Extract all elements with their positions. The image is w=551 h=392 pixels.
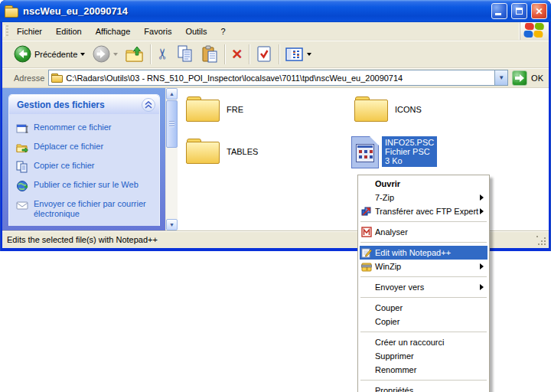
selected-file-labels: INFO25.PSC Fichier PSC 3 Ko: [382, 136, 437, 167]
address-input[interactable]: C:\Radars\Outils\03 - RNS_510_POI_Inspec…: [66, 74, 491, 83]
paste-button[interactable]: [197, 42, 222, 67]
context-separator: [360, 380, 487, 381]
context-separator: [360, 242, 487, 243]
address-label: Adresse: [14, 74, 44, 83]
address-folder-icon: [51, 74, 63, 83]
delete-icon: ✕: [231, 47, 243, 61]
scroll-down-icon: ▼: [169, 222, 174, 227]
maximize-button[interactable]: [511, 3, 527, 19]
menubar-grip[interactable]: [4, 25, 9, 37]
up-button[interactable]: [122, 42, 148, 67]
back-icon: [14, 45, 31, 63]
task-label: Envoyer ce fichier par courrier électron…: [34, 199, 156, 219]
back-button[interactable]: Précédente: [10, 42, 89, 67]
views-dropdown-icon[interactable]: [307, 53, 311, 56]
menu-favoris[interactable]: Favoris: [137, 22, 178, 40]
context-item-creer-raccourci[interactable]: Créer un raccourci: [360, 335, 487, 349]
context-item-label: WinZip: [375, 262, 401, 271]
context-separator: [360, 297, 487, 298]
context-item-winzip[interactable]: WinZip: [360, 260, 487, 273]
go-label: OK: [531, 74, 545, 83]
context-item-7zip[interactable]: 7-Zip: [360, 191, 487, 204]
context-item-label: 7-Zip: [375, 193, 394, 202]
file-tile-icons[interactable]: ICONS: [354, 96, 422, 122]
menu-outils[interactable]: Outils: [178, 22, 214, 40]
toolbar-separator: [279, 44, 279, 64]
context-item-label: Envoyer vers: [375, 283, 424, 292]
context-item-label: Edit with Notepad++: [375, 248, 451, 257]
task-copy-file[interactable]: Copier ce fichier: [16, 161, 156, 173]
context-item-envoyer-vers[interactable]: Envoyer vers: [360, 280, 487, 294]
windows-logo: [520, 22, 549, 40]
task-publish-file[interactable]: Publier ce fichier sur le Web: [16, 180, 156, 192]
task-label: Copier ce fichier: [34, 161, 94, 171]
context-item-label: Transférer avec FTP Expert: [375, 207, 478, 216]
task-move-file[interactable]: Déplacer ce fichier: [16, 142, 156, 154]
cut-button[interactable]: ✂: [153, 42, 173, 67]
ftp-expert-icon: [361, 206, 372, 217]
file-tasks-header[interactable]: Gestion des fichiers: [9, 95, 159, 114]
title-bar[interactable]: nscWeu_eu_20090714 ✕: [0, 0, 551, 22]
context-item-ouvrir[interactable]: Ouvrir: [360, 177, 487, 191]
toolbar-separator: [249, 44, 249, 64]
address-dropdown-button[interactable]: ▼: [494, 70, 507, 85]
context-separator: [360, 332, 487, 332]
menu-bar: Fichier Edition Affichage Favoris Outils…: [2, 22, 549, 41]
context-item-edit-with-notepadpp[interactable]: Edit with Notepad++: [360, 246, 487, 260]
context-item-couper[interactable]: Couper: [360, 301, 487, 315]
scroll-down-button[interactable]: ▼: [166, 219, 178, 230]
psc-file-icon: [351, 136, 379, 168]
context-item-label: Copier: [375, 317, 399, 326]
minimize-button[interactable]: [491, 3, 507, 19]
file-tile-fre[interactable]: FRE: [186, 96, 243, 122]
forward-button[interactable]: [89, 42, 122, 67]
taskpane-scrollbar[interactable]: ▲ ▼: [165, 88, 178, 230]
copy-file-icon: [16, 161, 28, 173]
menu-fichier[interactable]: Fichier: [10, 22, 49, 40]
forward-icon: [93, 45, 110, 63]
context-item-label: Supprimer: [375, 351, 414, 361]
scrollbar-track[interactable]: [166, 148, 178, 219]
resize-grip[interactable]: [536, 236, 546, 246]
views-button[interactable]: [282, 42, 315, 67]
delete-button[interactable]: ✕: [227, 42, 246, 67]
task-label: Renommer ce fichier: [34, 122, 111, 132]
back-dropdown-icon[interactable]: [80, 53, 85, 56]
paste-icon: [201, 45, 218, 63]
context-item-proprietes[interactable]: Propriétés: [360, 384, 487, 392]
cut-icon: ✂: [156, 48, 171, 60]
scroll-up-button[interactable]: ▲: [166, 88, 178, 100]
window-title: nscWeu_eu_20090714: [23, 5, 487, 17]
context-item-ftp-expert[interactable]: Transférer avec FTP Expert: [360, 204, 487, 218]
context-item-renommer[interactable]: Renommer: [360, 363, 487, 377]
menu-help[interactable]: ?: [214, 22, 233, 40]
properties-button[interactable]: [252, 42, 276, 67]
folder-icon: [354, 96, 388, 122]
status-text: Edits the selected file(s) with Notepad+…: [7, 235, 158, 244]
context-item-label: Renommer: [375, 365, 416, 374]
copy-button[interactable]: [173, 42, 197, 67]
close-button[interactable]: ✕: [531, 3, 547, 19]
address-combo[interactable]: C:\Radars\Outils\03 - RNS_510_POI_Inspec…: [48, 70, 508, 86]
menu-edition[interactable]: Edition: [49, 22, 89, 40]
scrollbar-thumb[interactable]: [166, 100, 178, 148]
task-email-file[interactable]: Envoyer ce fichier par courrier électron…: [16, 199, 156, 219]
context-item-supprimer[interactable]: Supprimer: [360, 349, 487, 363]
context-item-analyser[interactable]: Analyser: [360, 225, 487, 239]
go-button[interactable]: [512, 70, 527, 86]
antivirus-m-icon: [361, 227, 372, 237]
context-item-copier[interactable]: Copier: [360, 315, 487, 328]
task-label: Déplacer ce fichier: [34, 142, 103, 152]
folder-icon: [186, 139, 220, 164]
task-rename-file[interactable]: Renommer ce fichier: [16, 122, 156, 135]
toolbar-separator: [224, 44, 225, 64]
file-tile-tables[interactable]: TABLES: [186, 139, 258, 164]
file-tile-info25-selected[interactable]: INFO25.PSC Fichier PSC 3 Ko: [351, 136, 437, 168]
file-tasks-panel: Gestion des fichiers: [8, 94, 160, 226]
collapse-panel-button[interactable]: [142, 98, 155, 112]
submenu-arrow-icon: [480, 208, 484, 214]
forward-dropdown-icon[interactable]: [113, 53, 118, 56]
context-item-label: Propriétés: [375, 386, 413, 392]
menu-affichage[interactable]: Affichage: [89, 22, 138, 40]
folder-name: TABLES: [227, 147, 258, 156]
